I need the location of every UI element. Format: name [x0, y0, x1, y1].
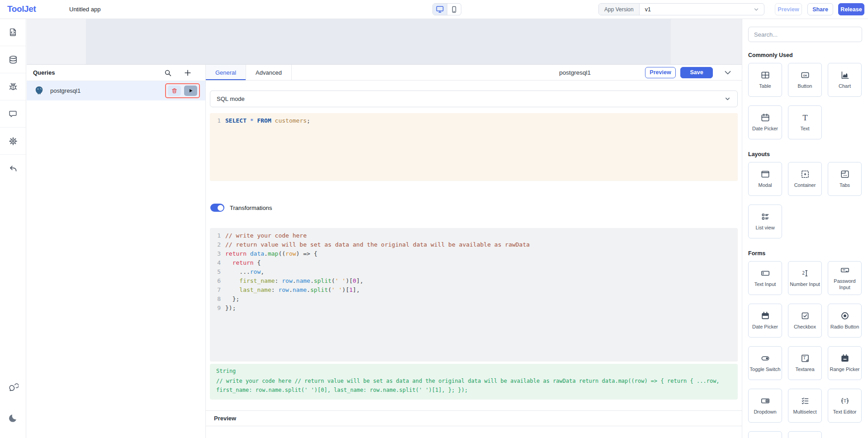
widget-card-textarea[interactable]: T Textarea [788, 346, 822, 380]
app-version-value: v1 [640, 4, 753, 15]
widget-card-tabs[interactable]: Tabs [828, 162, 862, 196]
calendar-icon [760, 311, 770, 321]
editor-query-title: postgresql1 [559, 69, 591, 76]
widget-card-chart[interactable]: Chart [828, 63, 862, 97]
sidebar-item-inspector[interactable] [0, 19, 26, 46]
tooljet-logo: ToolJet [7, 4, 36, 14]
share-button[interactable]: Share [807, 3, 833, 15]
annotation-highlight-box [165, 83, 200, 98]
tab-advanced[interactable]: Advanced [246, 65, 292, 80]
widget-card-passwordinput[interactable]: ** Password Input [828, 261, 862, 295]
text-editor-icon: T [840, 396, 850, 406]
app-version-select[interactable]: App Version v1 [598, 3, 764, 15]
query-list-item-postgresql1[interactable]: postgresql1 [27, 81, 205, 100]
sidebar-item-undo[interactable] [0, 155, 26, 182]
checkbox-icon [800, 311, 810, 321]
radio-button-icon [840, 311, 850, 321]
number-input-icon: 2 [800, 268, 810, 278]
widget-card-star-rating[interactable] [748, 431, 782, 438]
container-icon [800, 169, 810, 179]
tab-general[interactable]: General [206, 65, 246, 80]
search-icon[interactable] [164, 69, 172, 77]
mobile-view-button[interactable] [447, 4, 461, 15]
forms-grid: Text Input 2 Number Input ** Password In… [748, 261, 862, 438]
section-title-forms: Forms [748, 250, 862, 257]
delete-query-button[interactable] [168, 86, 181, 96]
query-editor-panel: General Advanced postgresql1 Preview Sav… [206, 64, 742, 438]
sidebar-item-settings[interactable] [0, 128, 26, 155]
toggle-switch-icon [760, 353, 770, 363]
database-icon [8, 55, 18, 65]
modal-icon [760, 169, 770, 179]
sidebar-item-database[interactable] [0, 46, 26, 73]
commonly-used-grid: Table OK Button Chart Date Picker T [748, 63, 862, 139]
chevron-down-icon [724, 95, 731, 102]
widget-card-table[interactable]: Table [748, 63, 782, 97]
sidebar-item-chat[interactable] [8, 382, 19, 395]
queries-panel: Queries postgresql1 [27, 64, 206, 438]
svg-text:T: T [802, 114, 807, 122]
preview-query-button[interactable]: Preview [645, 67, 676, 78]
transformation-code-editor[interactable]: 1// write your code here2// return value… [210, 228, 738, 362]
widget-card-radiobutton[interactable]: Radio Button [828, 304, 862, 338]
sql-mode-select[interactable]: SQL mode [210, 90, 738, 107]
widget-card-file-picker[interactable] [788, 431, 822, 438]
widget-card-textinput[interactable]: Text Input [748, 261, 782, 295]
calendar-icon [760, 113, 770, 123]
widget-card-container[interactable]: Container [788, 162, 822, 196]
widget-card-datepicker-form[interactable]: Date Picker [748, 304, 782, 338]
chat-bubbles-icon [8, 382, 19, 393]
canvas-right-margin [671, 19, 742, 64]
preview-app-button[interactable]: Preview [775, 3, 802, 15]
editor-tab-bar: General Advanced postgresql1 Preview Sav… [206, 65, 742, 81]
chart-icon [840, 70, 850, 80]
trash-icon [171, 87, 178, 94]
bug-icon [8, 82, 18, 92]
widget-card-listview[interactable]: List view [748, 205, 782, 238]
widget-card-multiselect[interactable]: Multiselect [788, 389, 822, 423]
sidebar-item-debugger[interactable] [0, 73, 26, 100]
desktop-view-button[interactable] [433, 4, 447, 15]
run-query-button[interactable] [184, 86, 197, 96]
gear-icon [8, 136, 18, 146]
svg-text:OK: OK [803, 74, 807, 77]
dropdown-icon [760, 396, 770, 406]
widget-card-rangepicker[interactable]: Range Picker [828, 346, 862, 380]
query-name: postgresql1 [50, 87, 81, 94]
top-header: ToolJet Untitled app App Version v1 Prev… [0, 0, 868, 19]
sidebar-item-comments[interactable] [0, 100, 26, 128]
section-title-layouts: Layouts [748, 151, 862, 157]
app-title[interactable]: Untitled app [69, 6, 100, 13]
list-view-icon [760, 212, 770, 222]
widget-card-texteditor[interactable]: T Text Editor [828, 389, 862, 423]
widget-card-numberinput[interactable]: 2 Number Input [788, 261, 822, 295]
desktop-icon [436, 5, 444, 14]
mobile-icon [450, 5, 458, 14]
widget-card-modal[interactable]: Modal [748, 162, 782, 196]
dark-mode-toggle[interactable] [8, 413, 19, 425]
postgresql-icon [34, 86, 44, 96]
app-version-label: App Version [599, 4, 640, 15]
svg-text:T: T [803, 356, 806, 360]
transformations-toggle[interactable] [210, 204, 224, 212]
section-title-commonly-used: Commonly Used [748, 52, 862, 58]
widget-search-input[interactable] [754, 31, 856, 38]
widget-card-dropdown[interactable]: Dropdown [748, 389, 782, 423]
widget-card-toggleswitch[interactable]: Toggle Switch [748, 346, 782, 380]
add-query-icon[interactable] [184, 69, 192, 77]
widgets-panel: Commonly Used Table OK Button Chart [742, 19, 868, 438]
release-button[interactable]: Release [838, 3, 864, 15]
widget-card-button[interactable]: OK Button [788, 63, 822, 97]
collapse-editor-button[interactable] [723, 67, 733, 77]
save-query-button[interactable]: Save [680, 67, 713, 78]
widget-card-datepicker[interactable]: Date Picker [748, 105, 782, 139]
widget-card-text[interactable]: T Text [788, 105, 822, 139]
multiselect-icon [800, 396, 810, 406]
sql-editor[interactable]: 1SELECT * FROM customers; [210, 113, 738, 181]
widget-card-checkbox[interactable]: Checkbox [788, 304, 822, 338]
result-value: // write your code here // return value … [216, 376, 731, 395]
canvas-left-margin [27, 19, 86, 64]
app-canvas[interactable] [27, 19, 742, 64]
code-file-icon [8, 28, 18, 37]
table-icon [760, 70, 770, 80]
